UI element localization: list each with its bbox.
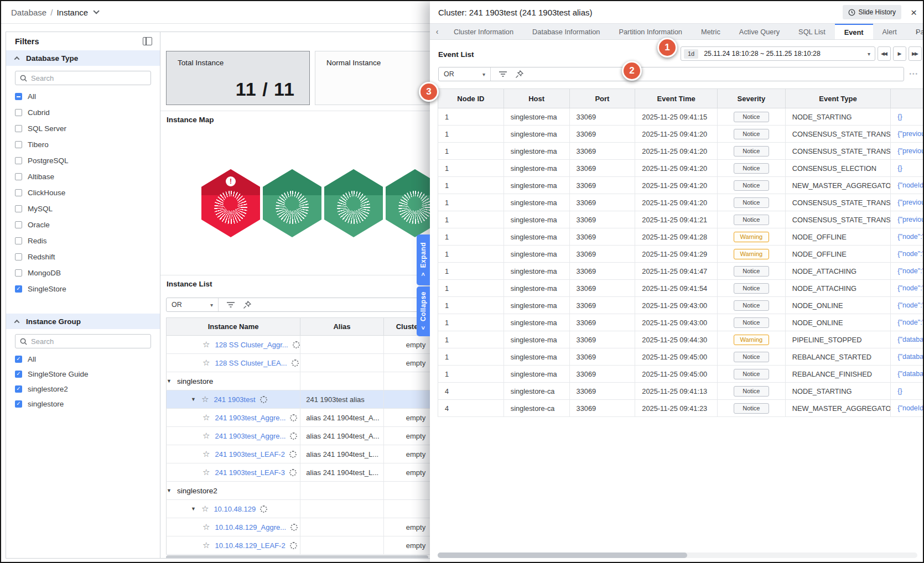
checkbox-option[interactable]: PostgreSQL [6,153,160,169]
event-row[interactable]: 1singlestore-ma330692025-11-25 09:41:20N… [438,143,924,160]
event-data-link[interactable]: {"node":" [897,267,924,275]
breadcrumb-database[interactable]: Database [11,8,46,17]
checkbox-option[interactable]: Cubrid [6,105,160,121]
checkbox-unchecked[interactable] [15,205,22,212]
instance-hexagon-normal[interactable] [263,169,321,237]
favorite-star-icon[interactable]: ☆ [203,540,210,550]
event-data-link[interactable]: {"previou [897,130,924,138]
checkbox-option[interactable]: ✓singlestore [6,397,160,411]
range-forward-button[interactable]: ▶ [893,46,906,61]
event-data-link[interactable]: {"nodeId [897,181,923,189]
checkbox-option[interactable]: ✓SingleStore Guide [6,367,160,382]
instance-name-link[interactable]: 10.10.48.129 [214,505,256,513]
close-icon[interactable]: × [911,7,917,18]
event-data-link[interactable]: {"databa [897,336,923,343]
event-data-link[interactable]: {"previou [897,216,924,223]
event-data-link[interactable]: {"node":" [897,301,924,309]
total-instance-card[interactable]: Total Instance 11 / 11 [166,51,310,105]
instance-hexagon-normal[interactable] [324,169,383,237]
checkbox-checked[interactable]: ✓ [15,385,22,393]
tree-collapse-icon[interactable]: ▼ [167,378,172,384]
event-row[interactable]: 1singlestore-ma330692025-11-25 09:41:20N… [438,126,924,143]
checkbox-unchecked[interactable] [15,189,22,196]
section-database-type[interactable]: Database Type [6,50,160,66]
tab-alert[interactable]: Alert [873,24,906,39]
event-column-header[interactable] [891,89,924,108]
tree-collapse-icon[interactable]: ▼ [191,506,196,512]
checkbox-option[interactable]: ✓singlestore2 [6,382,160,397]
column-header-alias[interactable]: Alias [300,318,384,335]
checkbox-checked[interactable]: ✓ [15,356,22,363]
search-input[interactable] [31,337,146,346]
horizontal-scrollbar[interactable] [438,552,917,558]
range-back-button[interactable]: ◀◀ [878,46,891,61]
filter-icon[interactable] [226,301,235,308]
tree-collapse-icon[interactable]: ▼ [191,397,196,402]
breadcrumb-instance[interactable]: Instance [56,8,88,17]
operator-select[interactable]: OR ▾ [167,298,219,311]
checkbox-unchecked[interactable] [15,237,22,244]
favorite-star-icon[interactable]: ☆ [201,504,209,514]
event-row[interactable]: 1singlestore-ma330692025-11-25 09:45:00N… [438,366,924,383]
favorite-star-icon[interactable]: ☆ [201,394,209,404]
range-fast-forward-button[interactable]: ▶▶ [909,46,922,61]
date-range-picker[interactable]: 1d 25.11.24 18:10:28 ~ 25.11.25 18:10:28… [681,46,875,61]
instance-name-link[interactable]: 10.10.48.129_Aggre... [215,523,286,531]
checkbox-checked[interactable]: ✓ [15,285,22,293]
instance-name-link[interactable]: 241 1903test_Aggre... [215,432,285,440]
favorite-star-icon[interactable]: ☆ [203,467,210,477]
horizontal-scrollbar[interactable] [166,555,428,558]
checkbox-option[interactable]: MongoDB [6,265,160,281]
checkbox-option[interactable]: MySQL [6,201,160,217]
event-data-link[interactable]: {"databa [897,353,923,361]
favorite-star-icon[interactable]: ☆ [203,340,210,350]
checkbox-checked[interactable]: ✓ [15,400,22,408]
favorite-star-icon[interactable]: ☆ [203,522,210,532]
checkbox-unchecked[interactable] [15,269,22,277]
checkbox-unchecked[interactable] [15,141,22,148]
event-data-link[interactable]: {"previou [897,147,924,155]
expand-button[interactable]: Expand < [417,234,430,285]
column-header-instance-name[interactable]: Instance Name [167,318,300,335]
event-column-header[interactable]: Event Type [786,89,891,108]
tree-collapse-icon[interactable]: ▼ [167,488,172,493]
tab-cluster-information[interactable]: Cluster Information [444,24,523,39]
checkbox-unchecked[interactable] [15,253,22,260]
checkbox-unchecked[interactable] [15,109,22,116]
filter-icon[interactable] [499,71,507,77]
tab-active-query[interactable]: Active Query [730,24,789,39]
event-data-link[interactable]: {} [897,164,902,172]
instance-group-search[interactable] [15,334,151,348]
checkbox-option[interactable]: All [6,88,160,105]
event-column-header[interactable]: Port [570,89,636,108]
tab-event[interactable]: Event [835,24,873,39]
event-data-link[interactable]: {"node":" [897,319,924,326]
event-column-header[interactable]: Event Time [635,89,718,108]
checkbox-unchecked[interactable] [15,173,22,180]
search-input[interactable] [31,74,146,82]
pin-icon[interactable] [515,70,523,79]
checkbox-unchecked[interactable] [15,157,22,164]
event-row[interactable]: 1singlestore-ma330692025-11-25 09:44:30W… [438,331,924,348]
event-column-header[interactable]: Severity [718,89,786,108]
section-instance-group[interactable]: Instance Group [6,314,160,329]
checkbox-option[interactable]: Altibase [6,169,160,185]
scrollbar-thumb[interactable] [438,552,687,558]
instance-name-link[interactable]: 128 SS Cluster_Aggr... [215,341,288,349]
event-row[interactable]: 1singlestore-ma330692025-11-25 09:45:00N… [438,348,924,366]
instance-name-link[interactable]: 241 1903test [214,395,255,404]
favorite-star-icon[interactable]: ☆ [203,449,210,459]
slide-history-button[interactable]: Slide History [843,5,901,19]
event-row[interactable]: 1singlestore-ma330692025-11-25 09:41:20N… [438,160,924,177]
tabs-scroll-left-icon[interactable]: ‹ [430,24,444,39]
db-type-search[interactable] [15,71,151,85]
instance-name-link[interactable]: 241 1903test_LEAF-2 [215,450,284,458]
checkbox-option[interactable]: Oracle [6,217,160,233]
more-options-icon[interactable]: ••• [909,71,918,77]
event-row[interactable]: 1singlestore-ma330692025-11-25 09:43:00N… [438,314,924,331]
range-preset-chip[interactable]: 1d [684,49,698,59]
checkbox-option[interactable]: ✓All [6,352,160,367]
checkbox-indeterminate[interactable] [15,93,22,100]
collapse-panel-icon[interactable] [143,37,152,45]
checkbox-option[interactable]: ClickHouse [6,185,160,201]
